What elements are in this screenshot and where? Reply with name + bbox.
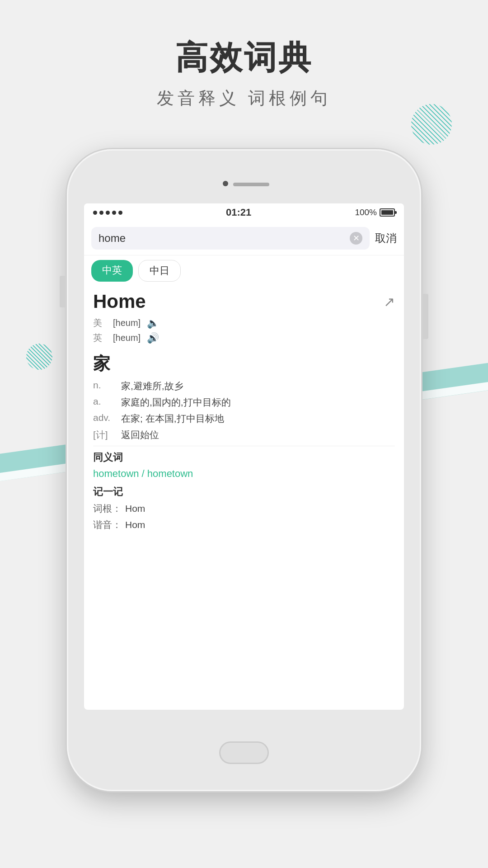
meaning-row-adv: adv. 在家; 在本国,打中目标地	[93, 412, 395, 425]
memory-sound-label: 谐音：	[93, 519, 122, 531]
home-button[interactable]	[219, 741, 269, 764]
def-adj: 家庭的,国内的,打中目标的	[121, 396, 395, 409]
word-header: Home ↗︎	[93, 291, 395, 312]
signal-dot-5	[118, 211, 122, 215]
memory-label: 记一记	[93, 485, 395, 499]
battery-icon	[380, 208, 395, 217]
clear-button[interactable]: ✕	[350, 232, 362, 245]
pron-label-us: 美	[93, 317, 107, 329]
def-comp: 返回始位	[121, 429, 395, 441]
battery-fill	[381, 210, 393, 215]
status-time: 01:21	[226, 207, 251, 218]
signal-dot-4	[112, 211, 116, 215]
def-adv: 在家; 在本国,打中目标地	[121, 412, 395, 425]
share-icon[interactable]: ↗︎	[384, 294, 395, 310]
pos-comp: [计]	[93, 429, 116, 441]
pos-noun: n.	[93, 380, 116, 392]
deco-circle-left	[26, 344, 52, 370]
memory-sound-row: 谐音： Hom	[93, 519, 395, 531]
signal-indicators	[93, 211, 122, 215]
search-input-wrap[interactable]: home ✕	[91, 227, 370, 250]
page-title: 高效词典	[0, 36, 488, 80]
tabs-container: 中英 中日	[84, 255, 404, 286]
tab-chinese-english[interactable]: 中英	[91, 260, 133, 282]
search-bar: home ✕ 取消	[84, 222, 404, 255]
content-scroll[interactable]: home ✕ 取消 中英 中日 Home ↗︎ 美 [heum]	[84, 222, 404, 710]
pos-adj: a.	[93, 396, 116, 409]
meaning-row-noun: n. 家,避难所,故乡	[93, 380, 395, 392]
word-section: Home ↗︎ 美 [heum] 🔈 英 [heum] 🔊	[84, 286, 404, 344]
def-noun: 家,避难所,故乡	[121, 380, 395, 392]
pron-row-uk: 英 [heum] 🔊	[93, 332, 395, 344]
meaning-row-comp: [计] 返回始位	[93, 429, 395, 441]
phone-shell: 01:21 100% home ✕ 取消 中英 中日	[67, 149, 421, 791]
page-subtitle: 发音释义 词根例句	[0, 87, 488, 110]
search-query: home	[99, 232, 346, 245]
phone-top	[67, 176, 421, 199]
phone-earpiece	[223, 181, 228, 186]
memory-root-row: 词根： Hom	[93, 502, 395, 515]
status-bar: 01:21 100%	[84, 203, 404, 222]
phone-speaker	[233, 183, 269, 186]
meaning-row-adj: a. 家庭的,国内的,打中目标的	[93, 396, 395, 409]
word-title: Home	[93, 291, 146, 312]
synonyms-items[interactable]: hometown / hometown	[93, 468, 395, 480]
divider-1	[93, 446, 395, 446]
speaker-icon-us[interactable]: 🔈	[147, 317, 159, 329]
memory-sound-value: Hom	[125, 519, 145, 530]
signal-dot-3	[106, 211, 110, 215]
status-right: 100%	[355, 208, 395, 217]
pron-row-us: 美 [heum] 🔈	[93, 317, 395, 329]
pos-adv: adv.	[93, 412, 116, 425]
pron-label-uk: 英	[93, 332, 107, 344]
pron-phonetic-uk: [heum]	[113, 333, 141, 343]
cancel-button[interactable]: 取消	[375, 231, 397, 245]
memory-root-label: 词根：	[93, 502, 122, 515]
meaning-section: 家 n. 家,避难所,故乡 a. 家庭的,国内的,打中目标的 adv. 在家; …	[84, 347, 404, 540]
chinese-translation: 家	[93, 352, 395, 375]
battery-percent: 100%	[355, 208, 377, 217]
speaker-icon-uk[interactable]: 🔊	[147, 332, 159, 344]
phone-screen: 01:21 100% home ✕ 取消 中英 中日	[84, 203, 404, 710]
title-area: 高效词典 发音释义 词根例句	[0, 36, 488, 110]
tab-chinese-japanese[interactable]: 中日	[138, 260, 181, 282]
synonyms-label: 同义词	[93, 451, 395, 464]
deco-circle-right	[411, 104, 452, 145]
memory-root-value: Hom	[125, 503, 145, 514]
signal-dot-1	[93, 211, 97, 215]
signal-dot-2	[99, 211, 103, 215]
pron-phonetic-us: [heum]	[113, 318, 141, 328]
